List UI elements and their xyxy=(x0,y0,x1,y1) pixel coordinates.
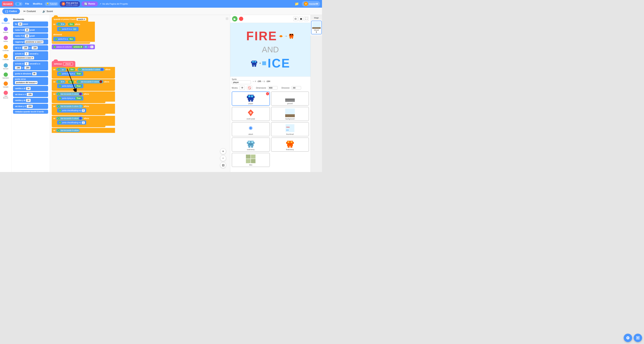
block-punta-dir[interactable]: punta in direzione 90 xyxy=(13,71,48,76)
sidebar-item-controllo[interactable]: Controllo xyxy=(0,53,11,62)
block-fai-passi[interactable]: fai 10 passi xyxy=(13,22,48,27)
block-input-pos[interactable]: posizione a caso ▾ xyxy=(24,40,44,44)
full-screen-button[interactable]: ⛶ xyxy=(304,17,308,21)
sidebar-item-miei-blocchi[interactable]: I Miei Blocchi xyxy=(0,90,11,100)
block-vai-xy[interactable]: vai a x: -195 y: -184 xyxy=(13,45,48,51)
globe-button[interactable]: 🌐 ▾ xyxy=(15,2,22,6)
tab-costumi[interactable]: ✂ Costumi xyxy=(20,9,39,14)
sprite-thumb-tiles[interactable]: tiles xyxy=(232,153,270,167)
sidebar-item-suono[interactable]: Suono xyxy=(0,35,11,44)
block-scivola2[interactable]: scivola in 1 secondi a x: -195 y: -284 xyxy=(13,61,48,70)
sfondi-item-1[interactable]: Sfondi 1 xyxy=(311,21,322,34)
zoom-reset-button[interactable]: ⊟ xyxy=(220,162,226,168)
passa-block: e passa al costume unione di f/i e 1 xyxy=(52,45,95,49)
sidebar-item-variabili[interactable]: Variabili xyxy=(0,80,11,89)
hide-button[interactable]: 🚫 xyxy=(247,86,252,90)
block-input-dir[interactable]: 90 xyxy=(32,72,36,75)
sprite-thumb-attack[interactable]: attack xyxy=(232,122,270,136)
scratch-logo[interactable]: Scratch xyxy=(2,1,14,6)
definisci-block: definisci check xyxy=(52,61,75,67)
zoom-out-button[interactable]: − xyxy=(220,155,226,161)
sidebar-item-movimento[interactable]: Movimento xyxy=(0,17,11,25)
block-raggiungi[interactable]: raggiungi posizione a caso ▾ xyxy=(13,39,48,45)
block-input-s2[interactable]: 1 xyxy=(24,62,29,65)
file-menu[interactable]: File xyxy=(24,2,30,6)
block-input-pos1[interactable]: posizione a caso ▾ xyxy=(15,56,34,60)
dimensione-input[interactable] xyxy=(268,86,278,90)
block-input-y[interactable]: -184 xyxy=(32,46,38,50)
block-cambia-x[interactable]: cambia x di 10 xyxy=(13,86,48,91)
tutorial-button[interactable]: 💡 Tutorial xyxy=(45,2,58,6)
dimensione-label: Dimensione xyxy=(256,87,266,89)
direzione-input[interactable] xyxy=(292,86,301,90)
sidebar-item-aspetto[interactable]: Aspetto xyxy=(0,26,11,35)
block-input-gradi2[interactable]: 15 xyxy=(25,34,29,38)
sprite-thumb-endcrystal[interactable]: endCrystal xyxy=(232,107,270,121)
block-input-y2[interactable]: -284 xyxy=(24,66,30,69)
block-input-passi[interactable]: 10 xyxy=(18,23,22,26)
sidebar-item-aspetto-label: Aspetto xyxy=(3,32,8,33)
zoom-controls: + − ⊟ xyxy=(220,148,226,168)
stop-button[interactable] xyxy=(239,17,243,21)
block-ruota-ccw[interactable]: ruota ↺ di 15 gradi xyxy=(13,33,48,39)
player-sprite xyxy=(250,60,258,67)
block-input-cy[interactable]: 10 xyxy=(26,99,30,102)
sprite-thumb-thumbnail[interactable]: FIRE ICE thumbnail xyxy=(271,122,309,136)
remix-button[interactable]: 🔄 Remix xyxy=(82,1,98,6)
small-view-button[interactable]: ⊡ xyxy=(293,17,298,21)
x-label: ↔ x xyxy=(252,80,256,82)
block-punta-verso[interactable]: punta verso puntatore del mouse ▾ xyxy=(13,77,48,85)
sprite-img-iceenemy xyxy=(245,139,256,148)
sprite-thumb-ground[interactable]: ground xyxy=(271,92,309,106)
user-menu[interactable]: M masiar88 xyxy=(302,1,320,7)
block-input-x[interactable]: -195 xyxy=(22,46,28,50)
tab-codice[interactable]: { } Codice xyxy=(2,9,20,14)
svg-rect-59 xyxy=(246,155,250,159)
block-input-vx[interactable]: -195 xyxy=(27,93,33,96)
block-rimbalza[interactable]: rimbalza quando tocchi il bordo xyxy=(13,110,48,114)
sidebar-item-sensori[interactable]: Sensori xyxy=(0,62,11,71)
folder-icon[interactable]: 📁 xyxy=(294,2,299,6)
sfondi-panel: Sfondi 1 xyxy=(310,20,322,36)
block-cambia-y[interactable]: cambia y di 10 xyxy=(13,98,48,103)
key-dropdown[interactable]: spazio ▾ xyxy=(76,18,86,21)
modifica-menu[interactable]: Modifica xyxy=(32,2,44,6)
block-vai-x[interactable]: vai dove x è -195 xyxy=(13,92,48,97)
svg-rect-8 xyxy=(290,34,291,35)
controllo-dot xyxy=(4,54,8,58)
tabbar: { } Codice ✂ Costumi 🔊 Suoni xyxy=(0,8,322,15)
vai-button[interactable]: ↗ Vai alla Pagina del Progetto xyxy=(100,3,128,5)
zoom-in-button[interactable]: + xyxy=(220,148,226,154)
block-input-s1[interactable]: 1 xyxy=(24,52,29,56)
sprite-thumb-player[interactable]: × player xyxy=(232,92,270,106)
sidebar-item-movimento-label: Movimento xyxy=(2,22,10,24)
tab-suoni[interactable]: 🔊 Suoni xyxy=(39,9,56,14)
show-button[interactable]: 👁 xyxy=(240,86,245,90)
sprite-thumb-background[interactable]: background xyxy=(271,107,309,121)
direzione-label: Direzione xyxy=(281,87,290,89)
block-input-x2[interactable]: -195 xyxy=(15,66,21,69)
block-ruota-cw[interactable]: ruota ↻ di 15 gradi xyxy=(13,28,48,33)
green-flag-button[interactable]: ▶ xyxy=(232,16,238,22)
script-expand-icon[interactable]: ⊞ xyxy=(226,17,228,21)
sprite-name-input[interactable] xyxy=(232,80,251,84)
sprite-thumb-iceenemy[interactable]: iceEnemy xyxy=(232,138,270,152)
script-area[interactable]: ⊞ quando si preme il tasto spazio ▾ se xyxy=(50,15,230,172)
sidebar-item-suono-label: Suono xyxy=(4,41,8,42)
sidebar-item-operatori[interactable]: Operatori xyxy=(0,71,11,80)
svg-rect-28 xyxy=(254,96,254,98)
block-input-cx[interactable]: 10 xyxy=(26,87,30,90)
block-input-gradi1[interactable]: 15 xyxy=(25,28,29,32)
sensori-dot xyxy=(4,63,8,68)
block-input-verso[interactable]: puntatore del mouse ▾ xyxy=(15,81,38,84)
sprite-delete-player[interactable]: × xyxy=(266,92,269,95)
block-vai-y[interactable]: vai dove y è -184 xyxy=(13,104,48,109)
block-input-vy[interactable]: -184 xyxy=(27,105,33,108)
normal-view-button[interactable]: ▣ xyxy=(298,17,303,21)
sprite-thumb-fireenemy[interactable]: fireEnemy xyxy=(271,138,309,152)
sidebar-item-eventi[interactable]: Controllo xyxy=(0,44,11,53)
svg-rect-17 xyxy=(254,61,256,63)
svg-rect-26 xyxy=(249,98,252,99)
sprite-label-background: background xyxy=(286,118,294,120)
block-scivola1[interactable]: scivola in 1 secondi a posizione a caso … xyxy=(13,51,48,60)
